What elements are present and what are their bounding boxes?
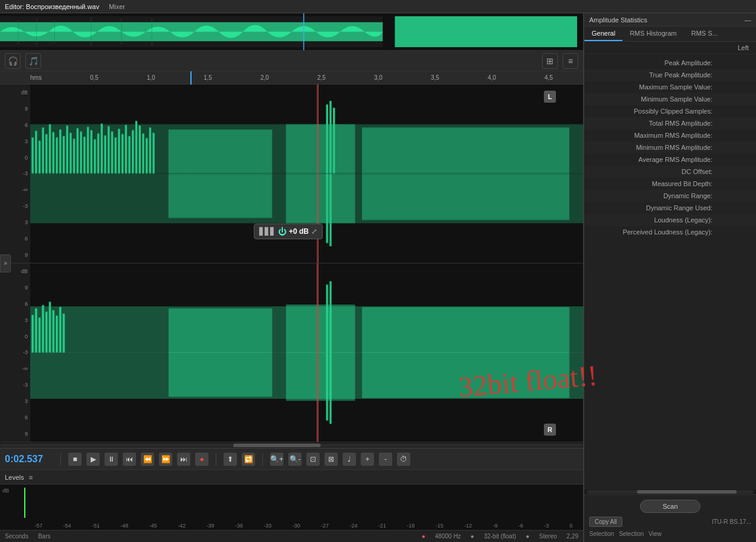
svg-rect-74 xyxy=(53,311,54,353)
overview-waveform-svg xyxy=(0,13,583,50)
timeline-4.0: 4,0 xyxy=(488,74,496,81)
headphone-btn[interactable]: 🎧 xyxy=(5,53,21,69)
stats-row-bit-depth: Measured Bit Depth: xyxy=(584,178,756,190)
svg-rect-85 xyxy=(362,353,569,398)
svg-rect-54 xyxy=(286,124,355,174)
grid-btn[interactable]: ⊞ xyxy=(542,53,558,69)
view-label: View xyxy=(648,531,662,537)
play-btn[interactable]: ▶ xyxy=(86,453,100,466)
channel-r-btn[interactable]: R xyxy=(544,424,556,436)
clipped-label: Possibly Clipped Samples: xyxy=(592,108,712,115)
track-left[interactable]: L xyxy=(30,85,583,263)
zoom-out-btn[interactable]: 🔍- xyxy=(288,453,302,466)
timeline-hms: hms xyxy=(30,74,42,81)
perceived-loudness-label: Perceived Loudness (Legacy): xyxy=(592,228,712,236)
expand-icon[interactable]: ⤢ xyxy=(311,227,317,236)
collapse-panel-btn[interactable]: » xyxy=(0,254,11,273)
top-controls-left: 🎧 🎵 xyxy=(5,53,41,69)
levels-menu-icon[interactable]: ≡ xyxy=(29,474,33,481)
svg-rect-49 xyxy=(152,133,154,174)
volume-bars-icon: ▋▋▋ xyxy=(259,227,276,236)
svg-rect-53 xyxy=(169,129,273,173)
waveform-right-svg xyxy=(30,263,583,442)
tempo-btn[interactable]: ⏱ xyxy=(397,453,410,466)
svg-rect-83 xyxy=(169,353,273,397)
pitch-btn[interactable]: 🎵 xyxy=(25,53,41,69)
min-rms-label: Minimum RMS Amplitude: xyxy=(592,144,712,151)
svg-rect-58 xyxy=(286,174,355,224)
zoom-more-btn[interactable]: + xyxy=(361,453,374,466)
stop-btn[interactable]: ■ xyxy=(68,453,82,466)
settings-btn[interactable]: ≡ xyxy=(563,53,578,69)
stats-close-icon[interactable]: — xyxy=(745,16,751,24)
svg-rect-14 xyxy=(31,137,33,173)
tab-rms-s[interactable]: RMS S... xyxy=(684,27,725,41)
stats-panel: Amplitude Statistics — General RMS Histo… xyxy=(584,13,756,542)
waveform-scrollbar[interactable] xyxy=(0,442,583,448)
svg-rect-77 xyxy=(63,314,65,352)
channel-l-btn[interactable]: L xyxy=(544,91,556,103)
main-container: 🎧 🎵 ⊞ ≡ hms 0,5 1,0 1,5 2,0 2,5 3,0 3,5 … xyxy=(0,13,756,542)
mixer-tab[interactable]: Mixer xyxy=(109,3,125,10)
svg-rect-40 xyxy=(121,134,123,174)
channel-left-label: Left xyxy=(738,44,749,51)
svg-rect-45 xyxy=(139,126,141,174)
copy-all-button[interactable]: Copy All xyxy=(589,517,622,527)
record-btn[interactable]: ● xyxy=(195,453,208,466)
max-rms-label: Maximum RMS Amplitude: xyxy=(592,132,712,139)
forward-btn[interactable]: ⏩ xyxy=(159,453,172,466)
status-dot-2: ● xyxy=(526,533,529,540)
back-btn[interactable]: ⏪ xyxy=(141,453,154,466)
svg-rect-82 xyxy=(329,282,331,353)
export-btn[interactable]: ⬆ xyxy=(224,453,237,466)
overview-waveform-bar[interactable] xyxy=(0,13,583,51)
loop-btn[interactable]: 🔁 xyxy=(242,453,255,466)
svg-rect-15 xyxy=(35,131,37,173)
status-dot-1: ● xyxy=(471,533,474,540)
transport-sep-3 xyxy=(262,453,263,465)
stats-title: Amplitude Statistics xyxy=(589,16,647,24)
pause-btn[interactable]: ⏸ xyxy=(105,453,118,466)
waveform-area[interactable]: » dB9630-3-∞-3369 dB9630-3-∞-3369 L xyxy=(0,85,583,442)
total-rms-label: Total RMS Amplitude: xyxy=(592,120,712,127)
zoom-less-btn[interactable]: - xyxy=(379,453,392,466)
editor-tab[interactable]: Editor: Воспроизведенный.wav xyxy=(5,3,99,10)
stats-row-avg-rms: Average RMS Amplitude: xyxy=(584,153,756,166)
transport-sep-1 xyxy=(60,453,61,465)
tab-general[interactable]: General xyxy=(584,27,622,41)
tab-rms-histogram[interactable]: RMS Histogram xyxy=(622,27,684,41)
waveform-tracks: L xyxy=(30,85,583,442)
avg-rms-label: Average RMS Amplitude: xyxy=(592,156,712,163)
zoom-fit-btn[interactable]: ⊠ xyxy=(325,453,338,466)
metronome-btn[interactable]: ♩ xyxy=(343,453,356,466)
stats-row-dc: DC Offset: xyxy=(584,166,756,178)
svg-rect-43 xyxy=(132,130,134,173)
svg-rect-59 xyxy=(362,174,569,220)
begin-btn[interactable]: ⏮ xyxy=(123,453,136,466)
svg-rect-70 xyxy=(39,318,40,353)
svg-rect-55 xyxy=(362,127,569,173)
bars-label: Bars xyxy=(38,533,51,540)
stats-scrollbar[interactable] xyxy=(584,489,756,494)
top-controls-right: ⊞ ≡ xyxy=(542,53,578,69)
zoom-sel-btn[interactable]: ⊡ xyxy=(306,453,320,466)
time-display: 0:02.537 xyxy=(5,454,53,465)
end-btn[interactable]: ⏭ xyxy=(177,453,190,466)
svg-rect-35 xyxy=(104,135,106,173)
svg-rect-16 xyxy=(39,141,40,174)
stats-row-dynamic-range: Dynamic Range: xyxy=(584,190,756,202)
svg-rect-21 xyxy=(56,137,57,173)
scan-button[interactable]: Scan xyxy=(640,500,700,513)
zoom-in-btn[interactable]: 🔍+ xyxy=(270,453,283,466)
svg-rect-32 xyxy=(94,140,95,174)
levels-bar: Levels ≡ dB -57-54-51-48-45 -42-39-36-33… xyxy=(0,469,583,530)
timeline-bar[interactable]: hms 0,5 1,0 1,5 2,0 2,5 3,0 3,5 4,0 4,5 xyxy=(0,71,583,85)
svg-rect-2 xyxy=(0,22,383,41)
transport-sep-2 xyxy=(216,453,216,465)
power-icon[interactable]: ⏻ xyxy=(278,227,286,236)
dynamic-range-label: Dynamic Range: xyxy=(592,192,712,199)
channels: Stereo xyxy=(539,533,557,540)
track-right[interactable]: R xyxy=(30,263,583,442)
timeline-2.5: 2,5 xyxy=(317,74,326,81)
svg-rect-17 xyxy=(42,127,44,173)
